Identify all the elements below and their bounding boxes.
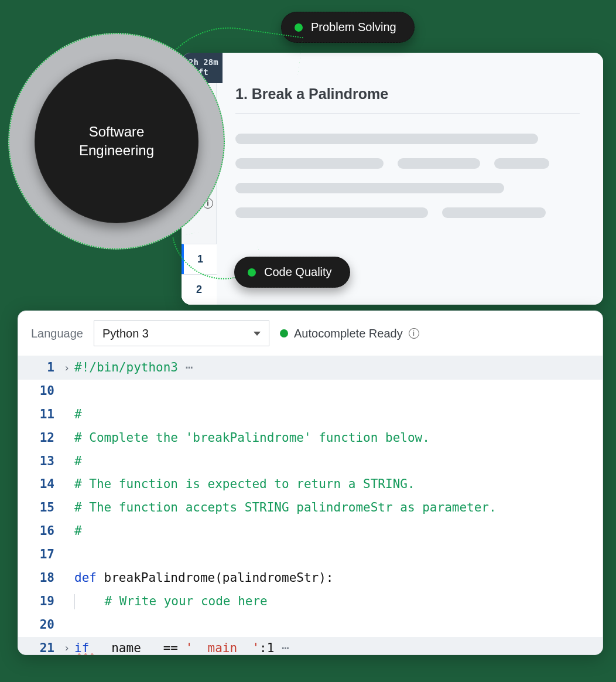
code-line[interactable]: 21›if __name__ == '__main__':1 ⋯ (18, 637, 603, 654)
language-value: Python 3 (102, 327, 149, 340)
autocomplete-label: Autocomplete Ready (294, 327, 403, 340)
question-number-2[interactable]: 2 (182, 274, 217, 305)
editor-header: Language Python 3 Autocomplete Ready i (18, 311, 603, 356)
code-editor-panel: Language Python 3 Autocomplete Ready i 1… (18, 311, 603, 655)
line-number: 11 (18, 403, 59, 427)
code-line[interactable]: 12# Complete the 'breakPalindrome' funct… (18, 427, 603, 450)
line-number: 20 (18, 613, 59, 637)
code-line[interactable]: 11# (18, 403, 603, 427)
code-line[interactable]: 17 (18, 543, 603, 567)
line-number: 12 (18, 427, 59, 450)
badge-code-quality: Code Quality (234, 257, 350, 288)
code-content[interactable]: # Complete the 'breakPalindrome' functio… (74, 427, 603, 450)
code-content[interactable]: # The function is expected to return a S… (74, 473, 603, 496)
code-content[interactable]: # The function accepts STRING palindrome… (74, 496, 603, 520)
line-number: 13 (18, 450, 59, 473)
code-content[interactable]: #!/bin/python3 ⋯ (74, 356, 603, 380)
code-line[interactable]: 19 # Write your code here (18, 590, 603, 613)
code-content[interactable]: # Write your code here (74, 590, 603, 613)
code-line[interactable]: 14# The function is expected to return a… (18, 473, 603, 496)
code-content[interactable]: def breakPalindrome(palindromeStr): (74, 567, 603, 590)
status-dot-icon (280, 329, 288, 337)
code-line[interactable]: 13# (18, 450, 603, 473)
status-dot-icon (295, 23, 303, 32)
code-content[interactable]: # (74, 403, 603, 427)
language-label: Language (31, 327, 83, 340)
line-number: 18 (18, 567, 59, 590)
code-area[interactable]: 1›#!/bin/python3 ⋯1011#12# Complete the … (18, 356, 603, 654)
code-line[interactable]: 20 (18, 613, 603, 637)
code-line[interactable]: 15# The function accepts STRING palindro… (18, 496, 603, 520)
code-line[interactable]: 10 (18, 380, 603, 403)
status-dot-icon (248, 268, 256, 277)
line-number: 17 (18, 543, 59, 567)
code-content[interactable]: if __name__ == '__main__':1 ⋯ (74, 637, 603, 654)
language-select[interactable]: Python 3 (94, 320, 269, 346)
fold-toggle-icon[interactable]: › (59, 639, 74, 654)
line-number: 14 (18, 473, 59, 496)
code-content[interactable]: # (74, 450, 603, 473)
category-circle: Software Engineering (8, 33, 225, 250)
chevron-down-icon (254, 332, 261, 336)
badge-label: Problem Solving (311, 21, 396, 34)
info-icon[interactable]: i (409, 328, 419, 339)
fold-toggle-icon[interactable]: › (59, 359, 74, 377)
line-number: 10 (18, 380, 59, 403)
code-content[interactable]: # (74, 520, 603, 543)
line-number: 21 (18, 637, 59, 654)
line-number: 15 (18, 496, 59, 520)
line-number: 1 (18, 356, 59, 380)
code-line[interactable]: 18def breakPalindrome(palindromeStr): (18, 567, 603, 590)
code-line[interactable]: 16# (18, 520, 603, 543)
category-circle-inner: Software Engineering (35, 59, 199, 223)
problem-description-placeholder (235, 134, 580, 218)
category-label: Software Engineering (79, 122, 154, 161)
code-line[interactable]: 1›#!/bin/python3 ⋯ (18, 356, 603, 380)
line-number: 19 (18, 590, 59, 613)
autocomplete-status: Autocomplete Ready i (280, 327, 419, 340)
badge-label: Code Quality (264, 265, 332, 279)
line-number: 16 (18, 520, 59, 543)
